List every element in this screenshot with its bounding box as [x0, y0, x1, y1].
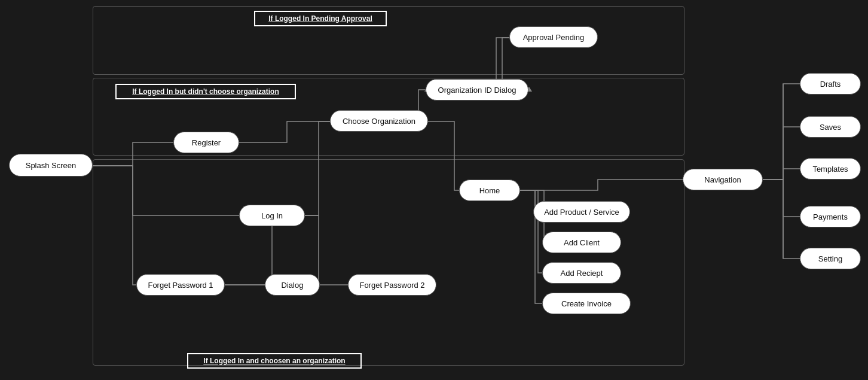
saves-node[interactable]: Saves	[800, 116, 861, 138]
home-node[interactable]: Home	[459, 180, 520, 201]
forget-password-2-node[interactable]: Forget Password 2	[348, 274, 436, 296]
drafts-node[interactable]: Drafts	[800, 73, 861, 95]
splash-screen-node[interactable]: Splash Screen	[9, 154, 93, 177]
add-product-node[interactable]: Add Product / Service	[533, 201, 630, 223]
approval-pending-node[interactable]: Approval Pending	[509, 26, 598, 48]
add-client-node[interactable]: Add Client	[542, 232, 621, 253]
label-if-logged-org: If Logged In and choosen an organization	[187, 353, 362, 369]
add-reciept-node[interactable]: Add Reciept	[542, 262, 621, 284]
org-id-dialog-node[interactable]: Organization ID Dialog	[426, 79, 528, 101]
label-if-logged-pending: If Logged In Pending Approval	[254, 11, 387, 26]
flowchart-canvas: If Logged In Pending Approval If Logged …	[0, 0, 868, 380]
payments-node[interactable]: Payments	[800, 206, 861, 227]
choose-org-node[interactable]: Choose Organization	[330, 110, 428, 132]
label-if-logged-no-org: If Logged In but didn't choose organizat…	[115, 84, 296, 99]
setting-node[interactable]: Setting	[800, 248, 861, 269]
navigation-node[interactable]: Navigation	[683, 169, 763, 190]
log-in-node[interactable]: Log In	[239, 205, 305, 226]
register-node[interactable]: Register	[173, 132, 239, 153]
dialog-node[interactable]: Dialog	[265, 274, 320, 296]
create-invoice-node[interactable]: Create Invoice	[542, 293, 631, 314]
templates-node[interactable]: Templates	[800, 158, 861, 180]
forget-password-1-node[interactable]: Forget Password 1	[136, 274, 225, 296]
